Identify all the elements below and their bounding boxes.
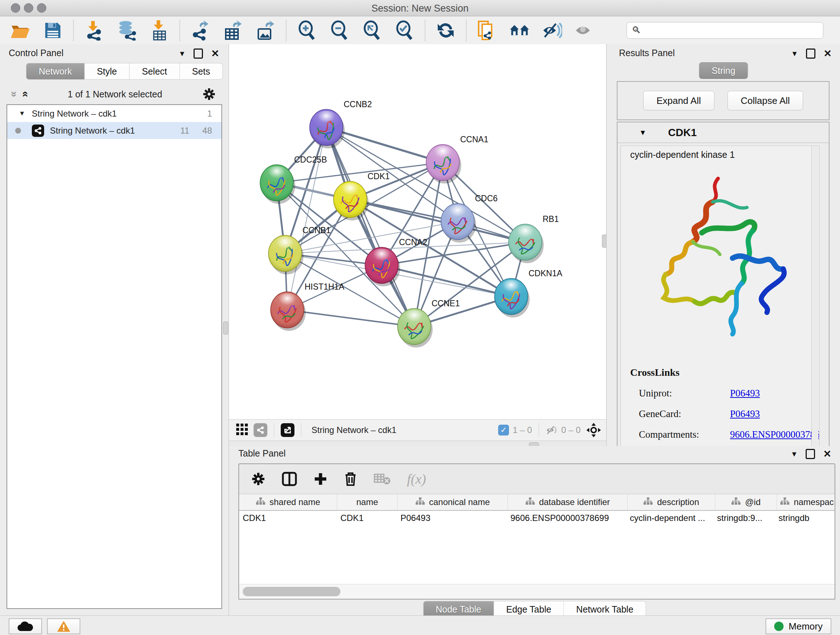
table-panel-float-icon[interactable] (806, 449, 815, 459)
duplicate-network-view-button[interactable] (477, 20, 497, 41)
grid-view-button[interactable] (235, 423, 248, 437)
cloud-status-button[interactable] (9, 618, 42, 634)
import-table-button[interactable] (149, 20, 169, 41)
node-CCNE1[interactable]: CCNE1 (398, 299, 460, 348)
table-cell[interactable]: CDK1 (337, 511, 397, 527)
pan-crosshair-icon[interactable] (586, 423, 601, 437)
scrollbar-thumb[interactable] (243, 587, 340, 596)
tab-select[interactable]: Select (129, 63, 180, 80)
node-label-CCNA2: CCNA2 (399, 238, 427, 247)
expand-all-networks-icon[interactable]: » (19, 91, 30, 97)
network-row[interactable]: String Network – cdk1 11 48 (7, 122, 221, 139)
collection-expand-icon[interactable]: ▼ (19, 110, 25, 117)
node-CDC6[interactable]: CDC6 (441, 194, 498, 242)
import-network-file-button[interactable] (84, 20, 104, 41)
first-neighbors-button[interactable] (509, 20, 530, 41)
node-table[interactable]: shared namenamecanonical namedatabase id… (239, 494, 835, 584)
column-header-name[interactable]: name (337, 494, 398, 510)
left-splitter-handle[interactable] (223, 321, 228, 334)
expand-all-button[interactable]: Expand All (643, 91, 714, 111)
zoom-out-button[interactable] (329, 20, 349, 41)
network-view-title: String Network – cdk1 (311, 425, 498, 435)
create-column-button[interactable] (314, 472, 327, 486)
show-all-button[interactable] (575, 20, 595, 41)
network-status-dot (15, 128, 21, 134)
tab-network[interactable]: Network (26, 63, 85, 80)
column-header-namespac[interactable]: namespac (777, 494, 835, 510)
network-collection-row[interactable]: ▼ String Network – cdk1 1 (7, 105, 221, 122)
table-panel-close-icon[interactable]: ✕ (823, 448, 831, 460)
network-canvas[interactable]: CCNB2CCNA1CDC25BCDK1CDC6RB1CCNB1CCNA2CDK… (229, 44, 606, 419)
column-header-database-identifier[interactable]: database identifier (508, 494, 628, 510)
crosslink-link[interactable]: P06493 (730, 388, 760, 399)
zoom-selected-button[interactable] (394, 20, 415, 41)
warnings-button[interactable] (47, 618, 80, 634)
table-horizontal-scrollbar[interactable] (239, 584, 835, 599)
selected-checkbox-icon[interactable]: ✓ (498, 424, 509, 435)
function-builder-button[interactable]: f(x) (407, 471, 426, 487)
export-network-button[interactable] (190, 20, 210, 41)
hide-selected-button[interactable] (542, 20, 562, 41)
control-panel-menu-icon[interactable]: ▼ (179, 50, 186, 58)
node-HIST1H1A[interactable]: HIST1H1A (271, 282, 345, 331)
control-panel-float-icon[interactable] (194, 49, 203, 59)
export-table-button[interactable] (223, 20, 243, 41)
table-cell[interactable]: CDK1 (239, 511, 337, 527)
gene-description: cyclin-dependent kinase 1 (630, 149, 735, 160)
results-panel-float-icon[interactable] (806, 49, 815, 59)
column-header-description[interactable]: description (628, 494, 715, 510)
network-options-gear-icon[interactable] (202, 88, 216, 101)
node-CCNA1[interactable]: CCNA1 (426, 135, 488, 184)
table-cell[interactable]: stringdb (775, 511, 835, 527)
hidden-node-edge-counts: 0 – 0 (561, 425, 581, 435)
import-network-database-button[interactable] (117, 20, 137, 41)
tab-string[interactable]: String (699, 62, 748, 79)
edge-CCNB2-CCNE1[interactable] (326, 127, 414, 326)
control-panel-close-icon[interactable]: ✕ (211, 48, 219, 59)
delete-table-button[interactable] (374, 473, 390, 485)
tab-sets[interactable]: Sets (180, 63, 223, 80)
results-panel-close-icon[interactable]: ✕ (823, 48, 832, 59)
apply-layout-button[interactable] (436, 20, 456, 41)
edge-HIST1H1A-CCNE1[interactable] (287, 310, 414, 326)
save-floppy-icon (44, 21, 62, 40)
zoom-fit-button[interactable] (362, 20, 382, 41)
column-header-label: database identifier (539, 497, 610, 507)
export-image-button[interactable] (256, 20, 276, 41)
node-CCNB2[interactable]: CCNB2 (309, 100, 372, 149)
save-session-button[interactable] (43, 20, 63, 41)
results-panel-menu-icon[interactable]: ▼ (791, 50, 798, 58)
birdseye-view-button[interactable] (281, 423, 294, 437)
edge-CDK1-RB1[interactable] (350, 200, 525, 242)
table-cell[interactable]: cyclin-dependent ... (626, 511, 714, 527)
zoom-in-button[interactable] (297, 20, 317, 41)
delete-column-button[interactable] (344, 471, 357, 486)
table-panel-menu-icon[interactable]: ▼ (791, 450, 798, 458)
node-CDKN1A[interactable]: CDKN1A (494, 269, 562, 318)
network-badge-icon[interactable] (254, 423, 267, 437)
gene-section-header[interactable]: ▼ CDK1 (617, 122, 829, 143)
results-scrollbar[interactable] (812, 146, 818, 458)
tab-style[interactable]: Style (85, 63, 130, 80)
table-row[interactable]: CDK1CDK1P064939606.ENSP00000378699cyclin… (239, 511, 835, 527)
column-header-canonical-name[interactable]: canonical name (398, 494, 508, 510)
collapse-all-button[interactable]: Collapse All (728, 91, 804, 111)
search-input[interactable] (627, 22, 823, 39)
crosslink-link[interactable]: 9606.ENSP00000378699 (730, 429, 819, 440)
main-toolbar: 🔍︎ ? (0, 16, 840, 44)
zoom-selected-icon (395, 20, 414, 41)
memory-button[interactable]: Memory (766, 618, 831, 634)
import-table-icon (151, 20, 167, 41)
table-settings-button[interactable] (251, 472, 265, 486)
show-columns-button[interactable] (282, 472, 297, 486)
column-header--id[interactable]: @id (715, 494, 777, 510)
table-cell[interactable]: 9606.ENSP00000378699 (507, 511, 626, 527)
column-header-shared-name[interactable]: shared name (239, 494, 337, 510)
table-cell[interactable]: stringdb:9... (714, 511, 775, 527)
open-session-button[interactable] (10, 20, 30, 41)
table-cell[interactable]: P06493 (397, 511, 507, 527)
node-CDK1[interactable]: CDK1 (333, 172, 390, 220)
node-RB1[interactable]: RB1 (508, 214, 559, 263)
crosslink-link[interactable]: P06493 (730, 409, 760, 419)
gene-collapse-icon[interactable]: ▼ (639, 128, 646, 137)
